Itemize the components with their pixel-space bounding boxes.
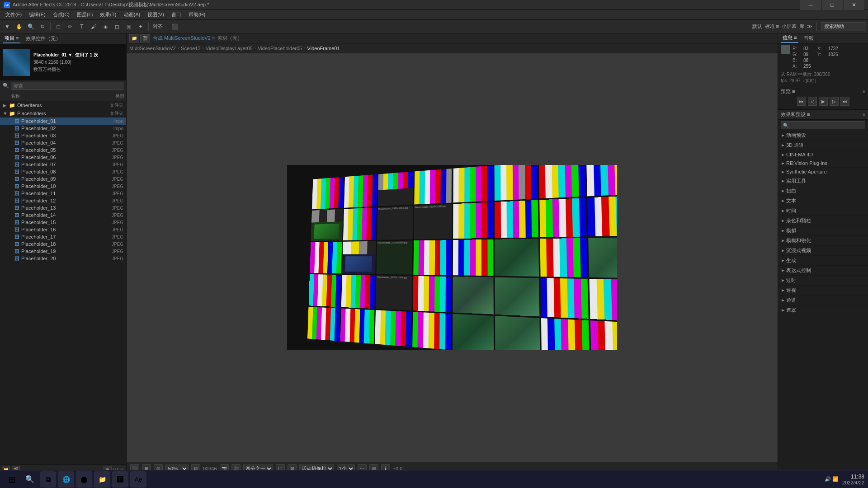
tab-info[interactable]: 信息 ≡ — [781, 33, 798, 43]
tab-effects-control[interactable]: 效果控件（无） — [24, 34, 62, 43]
list-item-placeholder15[interactable]: 🖼 Placeholder_15 JPEG — [0, 219, 126, 226]
ps-button[interactable]: 🅿 — [112, 471, 128, 488]
taskview-button[interactable]: ⧉ — [40, 471, 56, 488]
tool-stamp[interactable]: ◈ — [100, 21, 111, 32]
tool-eraser[interactable]: ◻ — [112, 21, 123, 32]
tool-pen[interactable]: ✏ — [65, 21, 75, 32]
effect-cat-distort[interactable]: ▶ 扭曲 — [778, 186, 868, 196]
list-item-placeholder19[interactable]: 🖼 Placeholder_19 JPEG — [0, 248, 126, 255]
tool-text[interactable]: T — [76, 21, 87, 32]
effect-cat-time[interactable]: ▶ 时间 — [778, 206, 868, 216]
bc-videoframe[interactable]: VideoFrame01 — [307, 46, 340, 51]
menu-window[interactable]: 窗口 — [168, 10, 185, 19]
effect-cat-generate[interactable]: ▶ 生成 — [778, 256, 868, 266]
effect-cat-cinema[interactable]: ▶ CINEMA 4D — [778, 150, 868, 159]
bc-scene13[interactable]: Scene13 — [181, 46, 200, 51]
menu-effect[interactable]: 效果(T) — [96, 10, 120, 19]
effect-cat-immersive[interactable]: ▶ 沉浸式视频 — [778, 246, 868, 256]
bc-videoplaceholder[interactable]: VideoPlaceholder05 — [258, 46, 302, 51]
list-item-placeholder02[interactable]: 🖼 Placeholder_02 Impo — [0, 125, 126, 132]
comp-nav-btn[interactable]: 🎬 — [140, 34, 150, 42]
folder-placeholders[interactable]: ▼ 📁 Placeholders 文件夹 — [0, 109, 126, 117]
tool-3d[interactable]: ⬛ — [170, 21, 180, 32]
menu-layer[interactable]: 图层(L) — [73, 10, 96, 19]
search-button[interactable]: 🔍 — [22, 471, 38, 488]
menu-comp[interactable]: 合成(C) — [49, 10, 73, 19]
effect-cat-revision[interactable]: ▶ RE:Vision Plug-ins — [778, 159, 868, 168]
edge-button[interactable]: 🌐 — [58, 471, 74, 488]
prev-frame-btn[interactable]: ⏮ — [797, 97, 806, 106]
workspace-standard[interactable]: 标准 ≡ — [765, 23, 779, 30]
effect-cat-perspective[interactable]: ▶ 透视 — [778, 286, 868, 296]
folder-otheritems[interactable]: ▶ 📁 OtherItems 文件夹 — [0, 101, 126, 109]
list-item-placeholder14[interactable]: 🖼 Placeholder_14 JPEG — [0, 211, 126, 219]
next-frame-btn[interactable]: ⏭ — [840, 97, 849, 106]
list-item-placeholder07[interactable]: 🖼 Placeholder_07 JPEG — [0, 161, 126, 168]
effect-cat-utility[interactable]: ▶ 实用工具 — [778, 176, 868, 186]
list-item-placeholder03[interactable]: 🖼 Placeholder_03 JPEG — [0, 132, 126, 139]
workspace-small[interactable]: 小屏幕 — [782, 23, 797, 30]
list-item-placeholder10[interactable]: 🖼 Placeholder_10 JPEG — [0, 183, 126, 190]
step-back-btn[interactable]: ◁ — [808, 97, 817, 106]
effect-cat-text[interactable]: ▶ 文本 — [778, 196, 868, 206]
bc-videodisplaylayer[interactable]: VideoDisplayLayer05 — [206, 46, 253, 51]
bc-multiscreenstudio[interactable]: MultiScreenStudioV2 — [129, 46, 176, 51]
effects-menu-icon[interactable]: ≡ — [863, 112, 865, 117]
menu-file[interactable]: 文件(F) — [2, 10, 25, 19]
tool-roto[interactable]: ◎ — [123, 21, 134, 32]
step-fwd-btn[interactable]: ▷ — [830, 97, 839, 106]
project-search-input[interactable] — [11, 82, 123, 90]
list-item-placeholder16[interactable]: 🖼 Placeholder_16 JPEG — [0, 226, 126, 233]
tool-puppet[interactable]: ✦ — [135, 21, 146, 32]
menu-anim[interactable]: 动画(A) — [120, 10, 144, 19]
play-btn[interactable]: ▶ — [819, 97, 828, 106]
list-item-placeholder08[interactable]: 🖼 Placeholder_08 JPEG — [0, 168, 126, 175]
list-item-placeholder13[interactable]: 🖼 Placeholder_13 JPEG — [0, 204, 126, 211]
tool-brush[interactable]: 🖌 — [88, 21, 99, 32]
effect-cat-expr[interactable]: ▶ 表达式控制 — [778, 266, 868, 276]
preview-menu-icon[interactable]: ≡ — [863, 89, 865, 94]
close-button[interactable]: ✕ — [844, 0, 864, 10]
list-item-placeholder11[interactable]: 🖼 Placeholder_11 JPEG — [0, 190, 126, 197]
ae-taskbar-button[interactable]: Ae — [130, 471, 146, 488]
list-item-placeholder09[interactable]: 🖼 Placeholder_09 JPEG — [0, 175, 126, 183]
folder-nav-btn[interactable]: 📁 — [129, 34, 139, 42]
comp-tab-active[interactable]: 合成 MultiScreenStudioV2 ≡ — [151, 35, 217, 42]
list-item-placeholder01[interactable]: 🖼 Placeholder_01 Impo — [0, 117, 126, 125]
effect-cat-sim[interactable]: ▶ 模拟 — [778, 226, 868, 236]
menu-edit[interactable]: 编辑(E) — [25, 10, 49, 19]
list-item-placeholder06[interactable]: 🖼 Placeholder_06 JPEG — [0, 154, 126, 161]
workspace-default[interactable]: 默认 — [752, 23, 762, 30]
effect-cat-synthetic[interactable]: ▶ Synthetic Aperture — [778, 168, 868, 176]
search-input[interactable] — [821, 22, 866, 31]
minimize-button[interactable]: ─ — [800, 0, 821, 10]
maximize-button[interactable]: □ — [822, 0, 843, 10]
effect-cat-anim[interactable]: ▶ 动画预设 — [778, 131, 868, 141]
tool-zoom[interactable]: 🔍 — [25, 21, 36, 32]
effect-cat-3d[interactable]: ▶ 3D 通道 — [778, 141, 868, 150]
list-item-placeholder04[interactable]: 🖼 Placeholder_04 JPEG — [0, 139, 126, 146]
list-item-placeholder20[interactable]: 🖼 Placeholder_20 JPEG — [0, 255, 126, 262]
tool-rotate[interactable]: ↻ — [37, 21, 48, 32]
menu-view[interactable]: 视图(V) — [144, 10, 168, 19]
tool-rect[interactable]: □ — [53, 21, 64, 32]
workspace-more[interactable]: ≫ — [807, 23, 812, 29]
tab-project[interactable]: 项目 ≡ — [3, 34, 20, 43]
menu-help[interactable]: 帮助(H) — [185, 10, 209, 19]
effect-cat-obsolete[interactable]: ▶ 过时 — [778, 276, 868, 286]
tool-select[interactable]: ▼ — [2, 21, 13, 32]
effect-cat-mask[interactable]: ▶ 遮罩 — [778, 305, 868, 315]
list-item-placeholder17[interactable]: 🖼 Placeholder_17 JPEG — [0, 233, 126, 240]
tool-hand[interactable]: ✋ — [14, 21, 24, 32]
files-button[interactable]: 📁 — [94, 471, 110, 488]
list-item-placeholder05[interactable]: 🖼 Placeholder_05 JPEG — [0, 146, 126, 154]
list-item-placeholder12[interactable]: 🖼 Placeholder_12 JPEG — [0, 197, 126, 204]
tab-audio[interactable]: 音频 — [802, 34, 816, 42]
chrome-button[interactable]: ⬤ — [76, 471, 92, 488]
workspace-library[interactable]: 库 — [799, 23, 804, 30]
effect-cat-blur[interactable]: ▶ 模糊和锐化 — [778, 236, 868, 246]
effect-cat-noise[interactable]: ▶ 杂色和颗粒 — [778, 216, 868, 226]
list-item-placeholder18[interactable]: 🖼 Placeholder_18 JPEG — [0, 240, 126, 248]
effect-cat-channel[interactable]: ▶ 通道 — [778, 296, 868, 305]
start-button[interactable]: ⊞ — [4, 471, 20, 488]
